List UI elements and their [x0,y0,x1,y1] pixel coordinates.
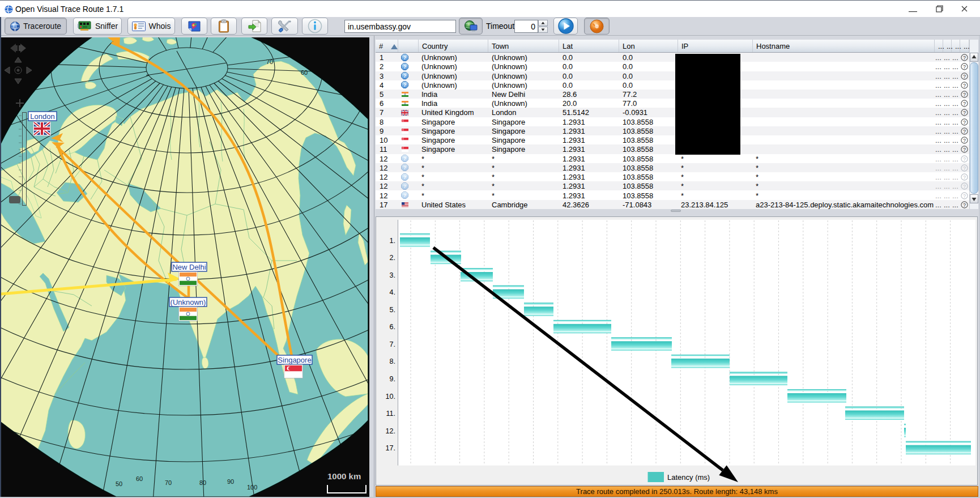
svg-text:?: ? [403,183,407,189]
svg-text:?: ? [963,147,966,152]
svg-text:70: 70 [266,58,273,65]
svg-text:?: ? [963,91,966,97]
svg-text:2.: 2. [390,254,395,262]
svg-text:Singapore: Singapore [278,356,311,364]
svg-text:?: ? [963,73,966,79]
svg-text:Latency (ms): Latency (ms) [667,473,710,482]
svg-text:80: 80 [199,479,206,486]
svg-text:?: ? [403,63,407,69]
svg-text:50: 50 [116,480,122,487]
svg-text:4.: 4. [390,288,395,296]
svg-text:?: ? [403,156,407,161]
svg-text:?: ? [963,64,966,70]
svg-text:?: ? [963,174,966,180]
svg-text:?: ? [963,156,966,161]
svg-text:9.: 9. [390,375,395,383]
svg-text:90: 90 [227,478,234,485]
svg-text:?: ? [963,193,966,198]
svg-text:?: ? [963,202,966,207]
svg-text:?: ? [963,138,966,143]
svg-text:?: ? [963,184,966,189]
svg-text:12.: 12. [386,427,395,435]
svg-text:1000 km: 1000 km [327,471,361,481]
svg-text:70: 70 [165,479,172,486]
svg-text:?: ? [963,128,966,134]
svg-text:?: ? [963,82,966,88]
svg-text:60: 60 [136,475,143,482]
svg-text:?: ? [403,174,407,180]
svg-text:6.: 6. [390,323,395,331]
svg-text:8.: 8. [390,357,395,365]
svg-text:?: ? [403,54,407,60]
svg-text:?: ? [963,119,966,125]
svg-text:(Unknown): (Unknown) [171,298,206,307]
svg-text:?: ? [403,193,407,198]
svg-text:London: London [30,112,54,121]
svg-text:100: 100 [247,484,257,491]
svg-text:17.: 17. [386,444,395,452]
svg-text:1.: 1. [390,237,395,245]
svg-text:New Delhi: New Delhi [172,263,206,271]
svg-text:?: ? [963,110,966,116]
svg-text:?: ? [963,101,966,107]
svg-text:?: ? [403,73,407,79]
svg-text:?: ? [963,55,966,61]
svg-text:5.: 5. [390,306,395,314]
svg-text:10.: 10. [386,393,395,401]
svg-text:3.: 3. [390,271,395,279]
svg-text:7.: 7. [390,340,395,348]
svg-text:?: ? [403,82,407,88]
svg-text:60: 60 [301,69,308,76]
svg-text:11.: 11. [386,410,395,418]
svg-text:?: ? [403,165,407,171]
svg-text:?: ? [963,165,966,171]
